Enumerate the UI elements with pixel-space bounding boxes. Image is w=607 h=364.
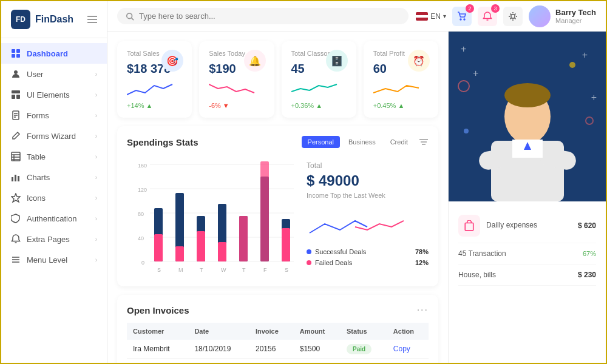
sidebar-item-label: Table (27, 152, 46, 161)
more-options-button[interactable]: ··· (417, 305, 429, 315)
svg-text:120: 120 (138, 187, 147, 193)
mini-chart-profit (373, 79, 429, 99)
profile-section: + + + + (449, 32, 606, 201)
expense-item-transaction: 45 Transaction 67% (458, 243, 596, 265)
svg-text:160: 160 (138, 163, 147, 169)
header-right: EN ▾ 2 3 (416, 5, 596, 27)
svg-rect-55 (260, 161, 269, 261)
svg-text:S: S (285, 267, 288, 273)
bar-chart-svg: 160 120 80 40 0 (127, 155, 297, 277)
stat-icon-profit: ⏰ (408, 50, 430, 72)
svg-rect-3 (16, 54, 20, 58)
cart-button[interactable]: 2 (452, 7, 472, 26)
bell-button[interactable]: 3 (478, 7, 497, 26)
sidebar: FD FinDash Dashboard User › UI Elements … (1, 1, 107, 363)
cart-icon (457, 12, 467, 21)
star-icon (11, 193, 21, 203)
expense-name: House, bills (458, 271, 572, 279)
svg-rect-57 (282, 228, 290, 261)
settings-button[interactable] (503, 7, 523, 26)
stat-change: +0.45% ▲ (373, 102, 429, 109)
sidebar-item-label: Dashboard (27, 49, 68, 58)
grid-icon (11, 49, 21, 58)
dot-pink (307, 260, 311, 265)
col-customer: Customer (127, 323, 188, 340)
col-status: Status (341, 323, 387, 340)
sidebar-item-dashboard[interactable]: Dashboard (1, 43, 107, 64)
sidebar-item-label: Menu Level (27, 255, 67, 265)
hamburger-menu[interactable] (87, 16, 97, 23)
table-icon (11, 152, 21, 161)
total-sub: Income Top the Last Week (307, 192, 429, 199)
search-input[interactable] (139, 12, 260, 21)
svg-rect-6 (12, 95, 15, 99)
col-amount: Amount (294, 323, 341, 340)
stat-icon-today: 🔔 (244, 50, 266, 72)
user-details: Barry Tech Manager (555, 8, 596, 24)
svg-rect-19 (18, 176, 19, 181)
col-invoice: Invoice (249, 323, 294, 340)
sidebar-item-extra-pages[interactable]: Extra Pages › (1, 229, 107, 249)
tab-business[interactable]: Business (342, 136, 382, 148)
chevron-right-icon: › (95, 257, 97, 263)
person-illustration (473, 62, 582, 201)
language-selector[interactable]: EN ▾ (416, 12, 446, 21)
sidebar-item-forms-wizard[interactable]: Forms Wizard › (1, 126, 107, 146)
sidebar-item-label: Forms (27, 111, 49, 120)
deal-label: Failed Deals (315, 259, 352, 266)
svg-text:80: 80 (138, 211, 144, 217)
table-row: Ira Membrit 18/10/2019 20156 $1500 Paid … (127, 340, 429, 359)
dot-blue (307, 249, 311, 254)
svg-rect-7 (16, 95, 20, 99)
stat-change: +0.36% ▲ (291, 102, 347, 109)
invoices-title: Open Invoices (127, 305, 189, 315)
mini-chart-today (209, 79, 264, 99)
sidebar-item-charts[interactable]: Charts › (1, 167, 107, 187)
sidebar-item-table[interactable]: Table › (1, 146, 107, 167)
chevron-right-icon: › (95, 174, 97, 181)
menu-icon (11, 255, 21, 265)
bar-chart-area: 160 120 80 40 0 (127, 155, 297, 277)
bar-chart-icon (11, 172, 21, 182)
expense-right: $ 620 (578, 221, 596, 230)
sidebar-item-authentication[interactable]: Authentication › (1, 208, 107, 229)
svg-rect-47 (175, 246, 184, 261)
sidebar-item-forms[interactable]: Forms › (1, 105, 107, 126)
sidebar-item-menu-level[interactable]: Menu Level › (1, 249, 107, 270)
svg-point-4 (14, 70, 18, 74)
user-name: Barry Tech (555, 8, 596, 17)
sidebar-item-ui-elements[interactable]: UI Elements › (1, 84, 107, 105)
tab-personal[interactable]: Personal (302, 136, 340, 148)
dashboard-main: Total Sales 🎯 $18 378 +14% ▲ Sales Today… (107, 32, 448, 363)
deals-chart (307, 209, 429, 241)
col-date: Date (188, 323, 249, 340)
app-name: FinDash (35, 14, 73, 25)
copy-button[interactable]: Copy (393, 345, 410, 353)
cart-badge: 2 (466, 4, 474, 13)
svg-text:S: S (157, 267, 161, 273)
search-box[interactable] (117, 8, 409, 24)
tab-credit[interactable]: Credit (384, 136, 414, 148)
cell-action[interactable]: Copy (387, 340, 429, 359)
deal-item-successful: Successful Deals 78% (307, 248, 429, 255)
sidebar-item-user[interactable]: User › (1, 64, 107, 84)
header: EN ▾ 2 3 (107, 1, 606, 32)
sidebar-item-icons[interactable]: Icons › (1, 187, 107, 208)
filter-icon[interactable] (419, 138, 429, 146)
svg-rect-1 (16, 49, 20, 53)
sidebar-item-label: Extra Pages (27, 235, 70, 244)
svg-text:T: T (200, 267, 203, 273)
expense-item-daily: Dailly expenses $ 620 (458, 209, 596, 243)
sidebar-item-label: User (27, 70, 43, 79)
svg-rect-51 (218, 242, 226, 261)
logo-box: FD (11, 10, 30, 29)
chevron-right-icon: › (95, 71, 97, 78)
chart-stats: Total $ 49000 Income Top the Last Week (307, 155, 429, 277)
stats-row: Total Sales 🎯 $18 378 +14% ▲ Sales Today… (117, 41, 438, 118)
deal-item-failed: Failed Deals 12% (307, 259, 429, 266)
deal-pct-failed: 12% (415, 259, 429, 266)
expenses-section: Dailly expenses $ 620 45 Transaction 67% (449, 201, 606, 293)
stat-icon-classon: 🗄️ (326, 50, 348, 72)
svg-rect-0 (12, 49, 15, 53)
expense-icon-box (458, 215, 480, 237)
